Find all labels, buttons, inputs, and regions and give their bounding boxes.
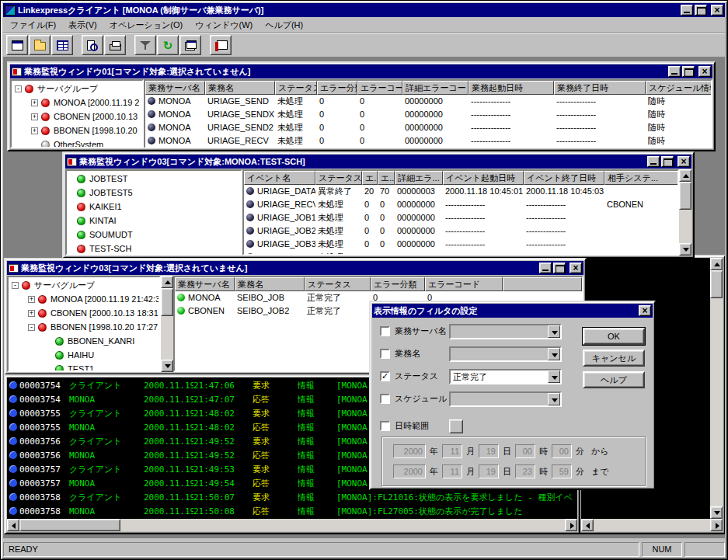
tree-item[interactable]: + CBONEN [2000.10.13 18:31:59]	[9, 306, 158, 320]
from-day-field[interactable]: 19	[479, 444, 499, 458]
to-year-field[interactable]: 2000	[393, 464, 426, 478]
log-row[interactable]: 00003758 MONOA 2000.11.19 21:50:08 応答 情報…	[7, 504, 577, 518]
filter-checkbox[interactable]	[380, 394, 390, 404]
scroll-left-button[interactable]	[581, 519, 594, 531]
tree-vertical-scrollbar[interactable]	[161, 276, 173, 372]
table-row[interactable]: URIAGE_JOB2 未処理 0 0 00000000 -----------…	[244, 224, 677, 238]
to-day-field[interactable]: 19	[479, 464, 499, 478]
open-button[interactable]	[29, 35, 51, 55]
table-row[interactable]: MONOA URIAGE_RECV 未処理 0 0 00000000 -----…	[145, 134, 711, 147]
scroll-up-button[interactable]	[679, 169, 691, 182]
cancel-button[interactable]: キャンセル	[583, 350, 645, 367]
tree-item[interactable]: TEST1	[9, 362, 158, 372]
tree-item[interactable]: KAIKEI1	[68, 200, 240, 214]
child-title-bar[interactable]: 業務監視ウィンドウ01[コマンド対象:選択されていません]	[10, 64, 712, 78]
tree-expand-toggle[interactable]: -	[15, 85, 22, 92]
tree-item[interactable]: - サーバグループ	[9, 278, 158, 292]
tree-expand-toggle[interactable]: +	[28, 310, 35, 317]
column-header[interactable]: エ...	[378, 171, 395, 185]
help-button[interactable]	[210, 35, 232, 55]
to-minute-field[interactable]: 59	[552, 464, 572, 478]
filter-checkbox[interactable]	[380, 349, 390, 359]
from-minute-field[interactable]: 00	[552, 444, 572, 458]
tree-item[interactable]: HAIHU	[9, 348, 158, 362]
filter-combo[interactable]	[449, 324, 562, 339]
main-title-bar[interactable]: Linkexpressクライアント [MONOA (制御サーバ兼業務サーバ)]	[3, 3, 725, 17]
tree-expand-toggle[interactable]: +	[31, 113, 38, 120]
child-title-bar[interactable]: 業務監視ウィンドウ03[コマンド対象:MONOA:TEST-SCH]	[65, 155, 691, 169]
column-header[interactable]: 業務名	[235, 277, 305, 291]
column-header[interactable]: ステータス	[305, 277, 371, 291]
scroll-down-button[interactable]	[161, 360, 173, 372]
table-row[interactable]: MONOA URIAGE_SENDX 未処理 0 0 00000000 ----…	[145, 108, 711, 121]
close-button[interactable]	[639, 305, 651, 316]
to-month-field[interactable]: 11	[442, 464, 462, 478]
refresh-button[interactable]	[157, 35, 179, 55]
tree-item[interactable]: - サーバグループ	[12, 82, 141, 96]
column-header[interactable]: イベント名	[244, 171, 315, 185]
log-row[interactable]: 00003758 クライアント 2000.11.19 21:50:07 要求 情…	[7, 490, 577, 504]
close-button[interactable]	[711, 5, 723, 16]
column-header[interactable]: 業務起動日時	[468, 81, 554, 95]
ok-button[interactable]: OK	[583, 328, 645, 345]
horizontal-scrollbar[interactable]	[7, 519, 577, 531]
scrollbar-thumb[interactable]	[19, 519, 120, 531]
child-title-bar[interactable]: 業務監視ウィンドウ03[コマンド対象:選択されていません]	[7, 261, 583, 275]
column-header[interactable]: 相手システ...	[604, 171, 679, 185]
scroll-up-button[interactable]	[161, 276, 173, 288]
column-header[interactable]: 詳細エラーコード	[402, 81, 468, 95]
filter-combo[interactable]: 正常完了	[449, 369, 562, 384]
from-year-field[interactable]: 2000	[393, 444, 426, 458]
minimize-button[interactable]	[681, 5, 693, 16]
maximize-button[interactable]	[553, 263, 566, 273]
tree-item[interactable]: - BBONEN [1998.10.20 17:27:14]	[9, 320, 158, 334]
menu-operation[interactable]: オペレーション(O)	[103, 18, 189, 33]
tree-expand-toggle[interactable]: +	[31, 127, 38, 134]
filter-combo[interactable]	[449, 346, 562, 362]
tree-expand-toggle[interactable]: +	[28, 296, 35, 303]
scrollbar-thumb[interactable]	[710, 270, 723, 298]
menu-view[interactable]: 表示(V)	[62, 18, 103, 33]
scrollbar-thumb[interactable]	[679, 182, 691, 210]
tree-expand-toggle[interactable]: -	[28, 324, 35, 331]
column-header[interactable]: 業務名	[205, 81, 275, 95]
filter-checkbox[interactable]	[380, 326, 390, 336]
tree-item[interactable]: JOBTEST5	[68, 186, 240, 200]
tree-item[interactable]: + BBONEN [1998.10.20	[12, 123, 141, 137]
tree-expand-toggle[interactable]: -	[12, 282, 19, 289]
tree-item[interactable]: TEST-SCH	[68, 242, 240, 256]
minimize-button[interactable]	[647, 156, 660, 167]
tree-item[interactable]: OtherSystem	[12, 137, 141, 148]
column-header[interactable]: 業務終了日時	[554, 81, 646, 95]
print-button[interactable]	[104, 35, 126, 55]
column-header[interactable]: ステータス	[275, 81, 317, 95]
minimize-button[interactable]	[539, 263, 552, 273]
daterange-checkbox[interactable]	[380, 421, 390, 431]
from-hour-field[interactable]: 00	[515, 444, 535, 458]
table-row[interactable]: URIAGE_RECV 未処理 0 0 00000000 -----------…	[244, 198, 677, 211]
scroll-right-button[interactable]	[710, 519, 723, 531]
tree-item[interactable]: + MONOA [2000.11.19 21:42:34]	[9, 292, 158, 306]
tree-item[interactable]: BBONEN_KANRI	[9, 334, 158, 348]
new-window-button[interactable]	[6, 35, 28, 55]
tree-item[interactable]: JOBTEST	[68, 172, 240, 186]
menu-window[interactable]: ウィンドウ(W)	[189, 18, 259, 33]
print-preview-button[interactable]	[82, 35, 103, 55]
to-hour-field[interactable]: 23	[515, 464, 535, 478]
column-header[interactable]: イベント終了日時	[524, 171, 604, 185]
column-header[interactable]: エラーコード	[357, 81, 402, 95]
column-header[interactable]: ステータス	[315, 171, 362, 185]
minimize-button[interactable]	[668, 66, 681, 77]
dialog-title-bar[interactable]: 表示情報のフィルタの設定	[372, 304, 653, 318]
column-header[interactable]: エ...	[362, 171, 378, 185]
tree-item[interactable]: KINTAI	[68, 214, 240, 228]
column-header[interactable]: エラー分類	[371, 277, 425, 291]
scroll-down-button[interactable]	[679, 243, 691, 256]
close-button[interactable]	[698, 66, 711, 77]
horizontal-scrollbar[interactable]	[581, 519, 723, 531]
filter-combo[interactable]	[449, 391, 562, 407]
close-button[interactable]	[677, 156, 690, 167]
tree-item[interactable]: + MONOA [2000.11.19 2	[12, 96, 141, 110]
table-row[interactable]: URIAGE_DATA... 異常終了 20 70 00000003 2000.…	[244, 185, 677, 198]
chevron-down-icon[interactable]	[548, 393, 560, 405]
